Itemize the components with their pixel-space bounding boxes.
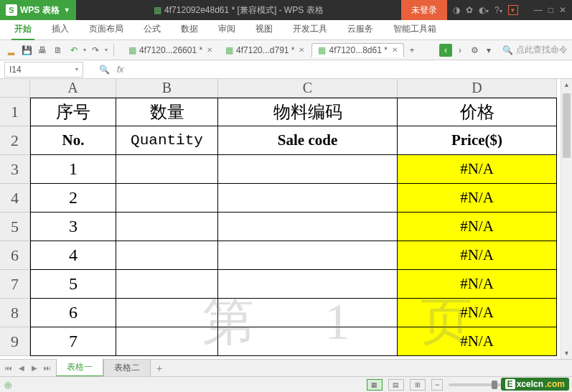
login-button[interactable]: 未登录	[401, 0, 447, 20]
view-page-icon[interactable]: ▤	[388, 379, 404, 391]
cell[interactable]	[218, 270, 398, 299]
cell[interactable]	[218, 155, 398, 184]
cell[interactable]: #N/A	[398, 270, 557, 299]
zoom-out-icon[interactable]: −	[431, 379, 443, 391]
minimize-icon[interactable]: —	[534, 5, 543, 15]
sheet-tab-1[interactable]: 表格一	[56, 359, 103, 377]
row-hdr-5[interactable]: 5	[0, 213, 30, 241]
doc-tab-3[interactable]: ▦4f7120...8d61 *✕	[311, 43, 403, 57]
cell[interactable]: #N/A	[398, 213, 557, 241]
menu-dev[interactable]: 开发工具	[283, 20, 337, 39]
cell[interactable]: 5	[30, 270, 116, 299]
sheet-tab-2[interactable]: 表格二	[103, 360, 151, 377]
redo-icon[interactable]: ↷	[89, 44, 102, 57]
cell[interactable]	[116, 155, 218, 184]
status-indicator-icon[interactable]: ◎	[4, 380, 11, 390]
maximize-icon[interactable]: □	[548, 5, 553, 15]
col-hdr-d[interactable]: D	[398, 79, 557, 98]
cell[interactable]	[218, 327, 398, 356]
sheet-last-icon[interactable]: ⏭	[42, 363, 53, 374]
cell[interactable]	[218, 299, 398, 327]
col-hdr-a[interactable]: A	[30, 79, 116, 98]
menu-layout[interactable]: 页面布局	[79, 20, 133, 39]
cell[interactable]: Quantity	[116, 126, 218, 155]
col-hdr-b[interactable]: B	[116, 79, 218, 98]
cell[interactable]: 4	[30, 241, 116, 270]
menu-view[interactable]: 视图	[245, 20, 283, 39]
cell[interactable]: 3	[30, 213, 116, 241]
cell[interactable]	[116, 241, 218, 270]
cell[interactable]: 7	[30, 327, 116, 356]
cell[interactable]: 数量	[116, 98, 218, 126]
cell[interactable]	[116, 327, 218, 356]
vertical-scrollbar[interactable]: ▲ ▼	[561, 79, 572, 359]
sync-icon[interactable]: ◑	[453, 5, 460, 15]
preview-icon[interactable]: 🗎	[52, 44, 65, 57]
cell[interactable]: Sale code	[218, 126, 398, 155]
sheet-prev-icon[interactable]: ◀	[16, 363, 27, 374]
nav-left-icon[interactable]: ‹	[439, 44, 452, 57]
fx-search-icon[interactable]: 🔍	[99, 65, 110, 75]
open-icon[interactable]: ▂	[4, 44, 17, 57]
cell[interactable]: #N/A	[398, 299, 557, 327]
menu-insert[interactable]: 插入	[42, 20, 79, 39]
nav-settings-icon[interactable]: ⚙	[468, 44, 481, 57]
settings-icon[interactable]: ✿	[466, 5, 473, 15]
row-hdr-9[interactable]: 9	[0, 327, 30, 356]
nav-dd-icon[interactable]: ▾	[482, 44, 495, 57]
row-hdr-3[interactable]: 3	[0, 155, 30, 184]
doc-tab-2[interactable]: ▦4f7120...d791 *✕	[220, 44, 310, 57]
cell[interactable]: #N/A	[398, 241, 557, 270]
nav-right-icon[interactable]: ›	[454, 44, 466, 57]
add-tab-icon[interactable]: +	[405, 44, 418, 57]
cell[interactable]: 6	[30, 299, 116, 327]
grid-body[interactable]: A B C D 序号 数量 物料编码 价格 No. Quantity Sale …	[30, 79, 572, 359]
sheet-first-icon[interactable]: ⏮	[3, 363, 14, 374]
menu-cloud[interactable]: 云服务	[337, 20, 383, 39]
help-icon[interactable]: ?▾	[494, 5, 502, 15]
row-hdr-6[interactable]: 6	[0, 241, 30, 270]
scroll-down-icon[interactable]: ▼	[561, 347, 572, 359]
cell[interactable]	[116, 270, 218, 299]
cell[interactable]	[116, 184, 218, 213]
add-sheet-icon[interactable]: +	[151, 363, 168, 374]
name-box[interactable]: I14 ▾	[4, 62, 83, 78]
cell[interactable]	[218, 241, 398, 270]
cell[interactable]: 物料编码	[218, 98, 398, 126]
search-command[interactable]: 🔍 点此查找命令	[502, 44, 568, 56]
cell[interactable]: 价格	[398, 98, 557, 126]
cell[interactable]	[116, 299, 218, 327]
scroll-up-icon[interactable]: ▲	[561, 79, 572, 90]
notify-icon[interactable]: ▾	[508, 5, 518, 15]
cell[interactable]: 1	[30, 155, 116, 184]
menu-tools[interactable]: 智能工具箱	[383, 20, 446, 39]
print-icon[interactable]: 🖶	[36, 44, 49, 57]
row-hdr-7[interactable]: 7	[0, 270, 30, 299]
close-icon[interactable]: ✕	[559, 5, 566, 15]
cell[interactable]: No.	[30, 126, 116, 155]
row-hdr-4[interactable]: 4	[0, 184, 30, 213]
zoom-handle[interactable]	[492, 381, 497, 389]
view-break-icon[interactable]: ⊞	[410, 379, 426, 391]
col-hdr-c[interactable]: C	[218, 79, 398, 98]
cell[interactable]	[116, 213, 218, 241]
row-hdr-2[interactable]: 2	[0, 126, 30, 155]
select-all[interactable]	[0, 79, 30, 98]
skin-icon[interactable]: ◐▾	[479, 5, 489, 15]
cell[interactable]: #N/A	[398, 155, 557, 184]
app-badge[interactable]: S WPS 表格 ▼	[0, 0, 76, 20]
view-normal-icon[interactable]: ▦	[367, 379, 383, 391]
cell[interactable]: #N/A	[398, 327, 557, 356]
cell[interactable]: 2	[30, 184, 116, 213]
menu-data[interactable]: 数据	[171, 20, 208, 39]
row-hdr-1[interactable]: 1	[0, 98, 30, 126]
save-icon[interactable]: 💾	[20, 44, 33, 57]
sheet-next-icon[interactable]: ▶	[29, 363, 40, 374]
cell[interactable]	[218, 213, 398, 241]
menu-review[interactable]: 审阅	[208, 20, 245, 39]
scroll-thumb[interactable]	[563, 93, 571, 158]
cell[interactable]: 序号	[30, 98, 116, 126]
cell[interactable]: #N/A	[398, 184, 557, 213]
menu-start[interactable]: 开始	[4, 20, 42, 39]
menu-formula[interactable]: 公式	[133, 20, 171, 39]
